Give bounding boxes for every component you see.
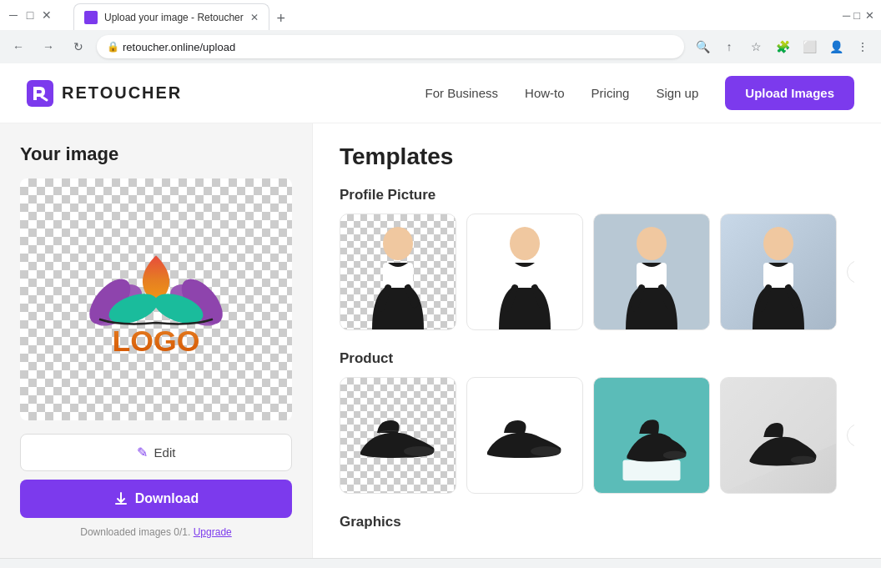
download-count: Downloaded images 0/1. (80, 526, 190, 538)
extensions-icon[interactable]: 🧩 (771, 35, 794, 58)
lock-icon: 🔒 (107, 41, 119, 53)
nav-sign-up[interactable]: Sign up (656, 86, 698, 100)
product-section: Product (340, 350, 854, 494)
tab-favicon (84, 11, 98, 24)
main-content: Your image (0, 123, 881, 558)
logo-image: LOGO (78, 227, 234, 371)
profile-picture-section: Profile Picture (340, 187, 854, 330)
logo[interactable]: RETOUCHER (27, 80, 182, 107)
template-card-product-teal[interactable] (593, 377, 710, 494)
forward-button[interactable]: → (37, 35, 60, 58)
menu-icon[interactable]: ⋮ (851, 35, 874, 58)
shoe-teal-bg (594, 378, 709, 493)
new-tab-button[interactable]: + (269, 7, 293, 30)
bookmark-icon[interactable]: ☆ (744, 35, 768, 58)
profile-picture-grid: › (340, 214, 854, 330)
window-minimize-icon[interactable]: ─ (843, 9, 850, 22)
template-card-profile-transparent[interactable] (340, 214, 456, 330)
nav-how-to[interactable]: How-to (525, 86, 565, 100)
svg-rect-18 (623, 460, 681, 481)
upgrade-link[interactable]: Upgrade (194, 526, 232, 538)
shoe-svg-4 (721, 377, 836, 494)
action-buttons: ✎ Edit Download Downloaded images 0/1. U… (20, 434, 292, 538)
address-bar-row: ← → ↻ 🔒 retoucher.online/upload 🔍 ↑ ☆ 🧩 … (0, 30, 881, 63)
svg-text:LOGO: LOGO (112, 324, 199, 358)
template-card-product-studio[interactable] (720, 377, 837, 494)
tab-bar: Upload your image - Retoucher ✕ + (67, 0, 300, 30)
profile-picture-title: Profile Picture (340, 187, 854, 204)
address-bar[interactable]: 🔒 retoucher.online/upload (97, 35, 684, 58)
svg-point-17 (531, 446, 561, 456)
template-card-profile-bluegray[interactable] (593, 214, 710, 330)
shoe-transparent (340, 378, 456, 493)
product-grid: › (340, 377, 854, 494)
person-gradient-bg (721, 214, 836, 329)
main-nav: RETOUCHER For Business How-to Pricing Si… (0, 63, 881, 123)
shoe-svg-2 (479, 406, 571, 465)
person-svg-4 (732, 217, 825, 329)
graphics-title: Graphics (340, 514, 854, 530)
svg-point-8 (383, 227, 413, 260)
image-preview: LOGO (20, 178, 292, 420)
refresh-button[interactable]: ↻ (67, 35, 90, 58)
template-card-product-white[interactable] (466, 377, 583, 494)
edit-button[interactable]: ✎ Edit (20, 434, 292, 471)
tab-title: Upload your image - Retoucher (104, 12, 244, 23)
nav-for-business[interactable]: For Business (425, 86, 499, 100)
download-info: Downloaded images 0/1. Upgrade (20, 526, 292, 538)
svg-point-19 (663, 451, 687, 460)
graphics-section: Graphics (340, 514, 854, 530)
person-svg-3 (605, 217, 698, 329)
download-label: Download (135, 491, 199, 506)
upload-images-button[interactable]: Upload Images (725, 76, 854, 110)
shoe-white-bg (467, 378, 582, 493)
bottom-scrollbar[interactable] (0, 558, 881, 568)
download-icon (113, 491, 128, 506)
svg-point-14 (763, 227, 793, 260)
close-btn[interactable]: ✕ (40, 8, 53, 22)
minimize-btn[interactable]: ─ (7, 8, 20, 22)
svg-point-20 (791, 456, 816, 465)
active-tab[interactable]: Upload your image - Retoucher ✕ (73, 3, 269, 30)
product-scroll-right[interactable]: › (847, 424, 854, 447)
svg-point-10 (510, 227, 540, 260)
product-title: Product (340, 350, 854, 367)
maximize-btn[interactable]: □ (23, 8, 37, 22)
svg-point-12 (637, 227, 667, 260)
shoe-svg-1 (352, 406, 444, 465)
window-close-icon[interactable]: ✕ (865, 9, 874, 22)
search-icon[interactable]: 🔍 (691, 35, 714, 58)
url-text: retoucher.online/upload (123, 41, 235, 53)
person-white-bg (467, 214, 582, 329)
download-button[interactable]: Download (20, 480, 292, 518)
panel-title: Your image (20, 143, 292, 165)
edit-label: Edit (154, 445, 176, 460)
pencil-icon: ✎ (137, 445, 148, 460)
person-bluegray-bg (594, 214, 709, 329)
profile-icon[interactable]: 👤 (824, 35, 848, 58)
browser-chrome: ─ □ ✕ Upload your image - Retoucher ✕ + … (0, 0, 881, 63)
shoe-svg-3 (594, 377, 709, 494)
page-content: RETOUCHER For Business How-to Pricing Si… (0, 63, 881, 558)
template-card-profile-white[interactable] (466, 214, 583, 330)
template-card-profile-gradient[interactable] (720, 214, 837, 330)
tab-search-icon[interactable]: ⬜ (798, 35, 821, 58)
logo-text: RETOUCHER (62, 83, 182, 103)
shoe-studio-bg (721, 378, 836, 493)
tab-close-btn[interactable]: ✕ (250, 12, 259, 23)
profile-scroll-right[interactable]: › (847, 260, 854, 284)
person-svg-1 (351, 217, 445, 329)
back-button[interactable]: ← (7, 35, 30, 58)
window-controls: ─ □ ✕ (7, 8, 53, 22)
person-svg-2 (478, 217, 571, 329)
left-panel: Your image (0, 123, 313, 558)
share-icon[interactable]: ↑ (717, 35, 741, 58)
nav-pricing[interactable]: Pricing (592, 86, 630, 100)
logo-icon (27, 80, 53, 107)
toolbar-icons: 🔍 ↑ ☆ 🧩 ⬜ 👤 ⋮ (691, 35, 874, 58)
template-card-product-transparent[interactable] (340, 377, 456, 494)
window-restore-icon[interactable]: □ (853, 9, 860, 22)
svg-point-16 (404, 446, 434, 456)
nav-links: For Business How-to Pricing Sign up Uplo… (425, 76, 855, 110)
logo-graphic: LOGO (78, 227, 234, 369)
